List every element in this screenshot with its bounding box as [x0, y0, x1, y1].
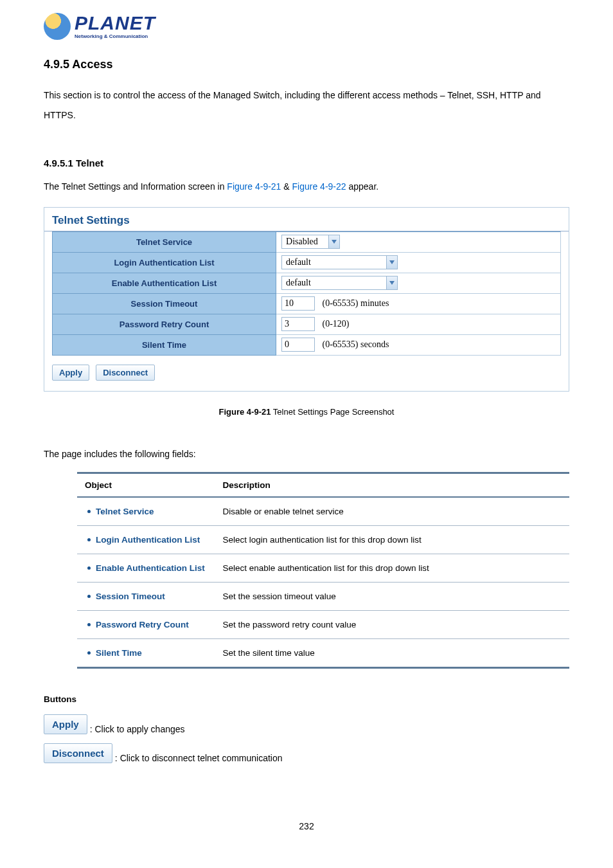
apply-button[interactable]: Apply: [52, 365, 89, 381]
bullet-icon: [87, 510, 91, 513]
obj-login-auth: Login Authentication List: [96, 535, 200, 545]
sub-intro-pre: The Telnet Settings and Information scre…: [44, 181, 227, 192]
desc-password-retry: Set the password retry count value: [215, 610, 569, 638]
desc-silent-time: Set the silent time value: [215, 638, 569, 667]
desc-session-timeout: Set the session timeout value: [215, 582, 569, 610]
desc-login-auth: Select login authentication list for thi…: [215, 525, 569, 554]
obj-enable-auth: Enable Authentication List: [96, 563, 205, 573]
subsection-heading: 4.9.5.1 Telnet: [44, 158, 569, 168]
telnet-service-select[interactable]: Disabled: [281, 235, 340, 249]
bullet-icon: [87, 538, 91, 541]
obj-telnet-service: Telnet Service: [96, 507, 154, 516]
figure-label: Figure 4-9-21: [219, 407, 271, 417]
settings-table: Telnet Service Disabled Login Authentica…: [52, 231, 561, 356]
disconnect-button[interactable]: Disconnect: [96, 365, 155, 381]
enable-auth-value: default: [282, 277, 386, 289]
chevron-down-icon: [386, 276, 397, 289]
obj-password-retry: Password Retry Count: [96, 620, 189, 629]
apply-explain-text: : Click to apply changes: [90, 724, 185, 734]
bullet-icon: [87, 651, 91, 655]
figure-caption-text: Telnet Settings Page Screenshot: [271, 407, 394, 417]
password-retry-hint: (0-120): [323, 319, 350, 329]
page-number: 232: [44, 821, 569, 831]
sub-intro-amp: &: [281, 181, 292, 192]
apply-explain-row: Apply : Click to apply changes: [44, 714, 569, 734]
session-timeout-input[interactable]: 10: [281, 296, 315, 311]
row-label-login-auth: Login Authentication List: [53, 252, 276, 273]
bullet-icon: [87, 566, 91, 570]
desc-enable-auth: Select enable authentication list for th…: [215, 554, 569, 582]
password-retry-input[interactable]: 3: [281, 317, 315, 331]
row-label-enable-auth: Enable Authentication List: [53, 273, 276, 293]
row-label-password-retry: Password Retry Count: [53, 314, 276, 334]
obj-silent-time: Silent Time: [96, 648, 142, 658]
login-auth-value: default: [282, 257, 386, 268]
disconnect-explain-text: : Click to disconnect telnet communicati…: [115, 753, 283, 763]
table-row: Login Authentication List Select login a…: [77, 525, 569, 554]
obj-session-timeout: Session Timeout: [96, 592, 165, 601]
apply-button-sample: Apply: [44, 714, 87, 734]
table-row: Session Timeout Set the session timeout …: [77, 582, 569, 610]
fields-intro: The page includes the following fields:: [44, 449, 569, 459]
login-auth-select[interactable]: default: [281, 255, 398, 269]
bullet-icon: [87, 595, 91, 598]
section-heading: 4.9.5 Access: [44, 58, 569, 71]
chevron-down-icon: [328, 235, 339, 248]
buttons-heading: Buttons: [44, 694, 569, 704]
description-table: Object Description Telnet Service Disabl…: [77, 472, 569, 669]
desc-telnet-service: Disable or enable telnet service: [215, 497, 569, 526]
telnet-service-value: Disabled: [282, 236, 328, 248]
table-row: Telnet Service Disable or enable telnet …: [77, 497, 569, 526]
logo-globe-icon: [44, 13, 71, 40]
section-intro: This section is to control the access of…: [44, 86, 569, 125]
desc-head-object: Object: [77, 473, 215, 497]
session-timeout-hint: (0-65535) minutes: [323, 298, 389, 308]
sub-intro-post: appear.: [346, 181, 379, 192]
row-label-session-timeout: Session Timeout: [53, 293, 276, 314]
silent-time-hint: (0-65535) seconds: [323, 339, 389, 349]
disconnect-button-sample: Disconnect: [44, 743, 112, 763]
telnet-settings-panel: Telnet Settings Telnet Service Disabled …: [44, 207, 569, 392]
row-label-silent-time: Silent Time: [53, 334, 276, 355]
table-row: Password Retry Count Set the password re…: [77, 610, 569, 638]
bullet-icon: [87, 623, 91, 626]
figure-link-4-9-22[interactable]: Figure 4-9-22: [292, 181, 346, 192]
silent-time-input[interactable]: 0: [281, 338, 315, 352]
figure-caption: Figure 4-9-21 Telnet Settings Page Scree…: [44, 407, 569, 417]
brand-logo: PLANET Networking & Communication: [44, 13, 569, 40]
panel-title: Telnet Settings: [44, 214, 569, 231]
logo-tagline: Networking & Communication: [75, 34, 155, 39]
disconnect-explain-row: Disconnect : Click to disconnect telnet …: [44, 743, 569, 763]
logo-brand: PLANET: [75, 14, 155, 33]
subsection-intro: The Telnet Settings and Information scre…: [44, 181, 569, 192]
row-label-telnet-service: Telnet Service: [53, 231, 276, 252]
table-row: Silent Time Set the silent time value: [77, 638, 569, 667]
chevron-down-icon: [386, 256, 397, 269]
enable-auth-select[interactable]: default: [281, 276, 398, 290]
figure-link-4-9-21[interactable]: Figure 4-9-21: [227, 181, 281, 192]
table-row: Enable Authentication List Select enable…: [77, 554, 569, 582]
desc-head-description: Description: [215, 473, 569, 497]
